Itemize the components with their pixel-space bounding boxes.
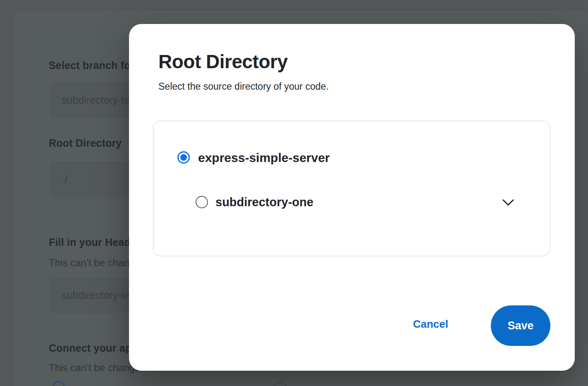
radio-express-simple-server[interactable]: [177, 151, 190, 164]
connect-radio-selected[interactable]: [53, 381, 65, 386]
directory-option-group: express-simple-server subdirectory-one: [153, 121, 550, 256]
connect-section-heading: Connect your app: [49, 342, 138, 354]
option-label: subdirectory-one: [215, 195, 313, 209]
chevron-down-icon[interactable]: [502, 199, 514, 206]
branch-input-value: subdirectory-tes: [62, 94, 135, 106]
option-label: express-simple-server: [198, 151, 330, 165]
headless-input-value: subdirectory-tes: [62, 289, 135, 301]
root-directory-label: Root Directory: [49, 137, 122, 149]
radio-subdirectory-one[interactable]: [196, 196, 208, 208]
dialog-title: Root Directory: [158, 50, 287, 73]
screen: Select branch for y subdirectory-tes Roo…: [0, 0, 588, 386]
cancel-button[interactable]: Cancel: [413, 318, 448, 331]
dialog-actions: Cancel Save: [377, 305, 550, 346]
save-button[interactable]: Save: [491, 305, 550, 346]
connect-radio-unselected[interactable]: [274, 381, 287, 386]
option-express-simple-server[interactable]: express-simple-server: [153, 145, 550, 170]
headless-section-note: This can’t be change: [49, 257, 140, 269]
option-subdirectory-one[interactable]: subdirectory-one: [153, 190, 550, 214]
root-directory-dialog: Root Directory Select the source directo…: [129, 24, 575, 371]
connect-section-note: This can’t be change: [49, 362, 140, 374]
root-directory-input-value: ./: [62, 173, 67, 185]
dialog-subtitle: Select the source directory of your code…: [158, 81, 329, 92]
